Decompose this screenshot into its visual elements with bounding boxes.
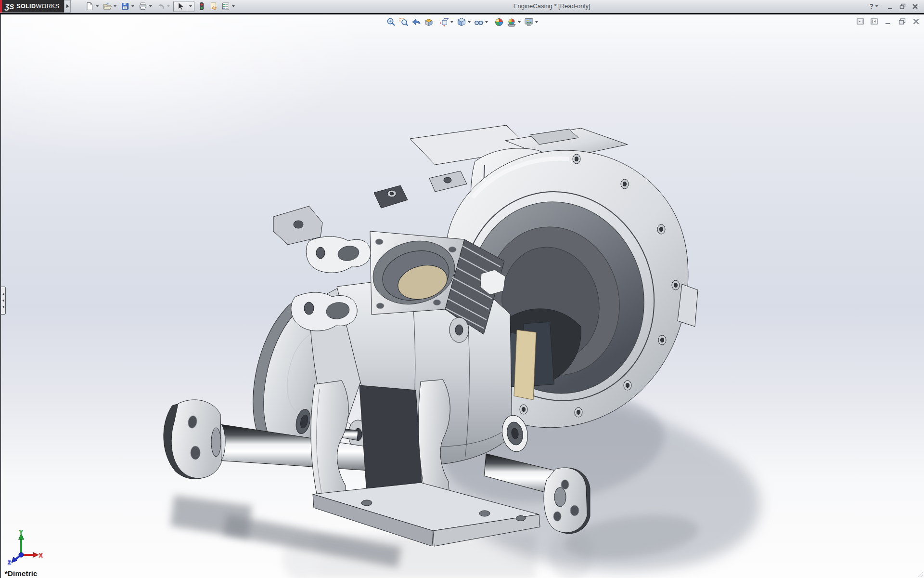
edit-appearance-button[interactable] [493,16,505,28]
triad-y-label: Y [19,530,23,535]
rebuild-traffic-light-icon [197,2,206,11]
close-window-button[interactable] [912,3,918,10]
print-button[interactable] [137,0,149,12]
select-tool-group[interactable] [173,1,194,12]
engine-casing-model[interactable] [1,14,924,578]
restore-document-button[interactable] [898,17,906,26]
view-settings-icon [524,17,534,27]
view-orientation-icon [439,17,449,27]
solidworks-logo: ƷS SOLIDWORKS [0,0,64,13]
save-button[interactable] [119,0,131,12]
solidworks-logo-mark-icon: ƷS [5,2,14,11]
file-properties-button[interactable] [207,0,219,12]
dropdown-caret-icon[interactable] [96,5,99,7]
undo-button[interactable] [154,0,167,12]
options-button[interactable] [219,0,231,12]
save-icon [121,2,129,11]
hide-show-items-button[interactable] [473,16,485,28]
window-title: EngineCasing * [Read-only] [237,0,866,13]
open-folder-icon [103,2,112,11]
solidworks-logo-text: SOLIDWORKS [16,3,59,10]
resize-grip[interactable] [918,572,923,577]
headsup-view-toolbar [385,16,540,28]
hide-show-items-icon [474,17,484,27]
collapse-pane-left-icon [856,17,864,26]
feature-manager-collapsed-tab[interactable] [1,287,6,315]
logo-red-stripe [0,0,2,13]
chevron-left-icon [2,293,4,296]
dropdown-caret-icon[interactable] [535,21,538,23]
print-icon [139,2,147,11]
file-properties-icon [209,2,218,11]
section-view-button[interactable] [423,16,435,28]
collapse-pane-right-icon [870,17,878,26]
titlebar-controls: ? [866,0,924,13]
previous-view-button[interactable] [410,16,423,28]
previous-view-icon [411,17,422,27]
minimize-window-button[interactable] [887,3,893,10]
view-orientation-button[interactable] [438,16,450,28]
close-document-icon [912,17,920,26]
minimize-icon [887,3,893,10]
apply-scene-button[interactable] [505,16,518,28]
dropdown-caret-icon[interactable] [189,5,192,7]
restore-icon [899,3,906,10]
chevron-left-icon [2,299,4,302]
display-style-button[interactable] [455,16,468,28]
triad-z-label: Z [8,560,11,565]
dropdown-caret-icon[interactable] [167,5,170,7]
dropdown-caret-icon[interactable] [232,5,235,7]
help-button[interactable]: ? [869,2,881,10]
zoom-to-area-button[interactable] [398,16,410,28]
undo-icon [156,2,165,11]
graphics-area[interactable]: Y X Z *Dimetric [0,14,924,578]
new-document-button[interactable] [83,0,95,12]
dropdown-caret-icon[interactable] [114,5,116,7]
minimize-document-button[interactable] [884,17,892,26]
select-tool-button[interactable] [174,0,186,12]
triad-x-label: X [39,552,43,558]
close-document-button[interactable] [912,17,920,26]
select-cursor-icon [176,2,184,11]
view-orientation-label: *Dimetric [5,569,38,578]
dropdown-caret-icon[interactable] [485,21,488,23]
help-icon: ? [869,2,873,10]
restore-window-button[interactable] [899,3,906,10]
dropdown-caret-icon[interactable] [149,5,152,7]
main-toolbar [83,0,237,13]
collapse-pane-right-button[interactable] [870,17,878,26]
dropdown-caret-icon[interactable] [468,21,471,23]
reference-triad: Y X Z [7,530,43,565]
edit-appearance-icon [494,17,504,27]
zoom-to-fit-icon [386,17,397,27]
menu-flyout-button[interactable] [64,0,71,13]
section-view-icon [424,17,434,27]
chevron-left-icon [2,305,4,308]
titlebar: ƷS SOLIDWORKS [0,0,924,13]
apply-scene-icon [506,17,517,27]
rebuild-button[interactable] [195,0,207,12]
divider [187,1,187,12]
document-window-controls [856,17,920,26]
collapse-pane-left-button[interactable] [856,17,864,26]
dropdown-caret-icon[interactable] [518,21,521,23]
view-settings-button[interactable] [523,16,535,28]
minimize-document-icon [884,17,892,26]
zoom-to-area-icon [398,17,409,27]
dropdown-caret-icon[interactable] [875,5,878,7]
restore-document-icon [898,17,906,26]
options-icon [221,2,230,11]
dropdown-caret-icon[interactable] [131,5,134,7]
new-document-icon [85,2,94,11]
display-style-icon [456,17,467,27]
open-document-button[interactable] [101,0,113,12]
flyout-arrow-icon [66,4,69,8]
dropdown-caret-icon[interactable] [450,21,453,23]
close-icon [912,3,918,10]
zoom-to-fit-button[interactable] [385,16,398,28]
